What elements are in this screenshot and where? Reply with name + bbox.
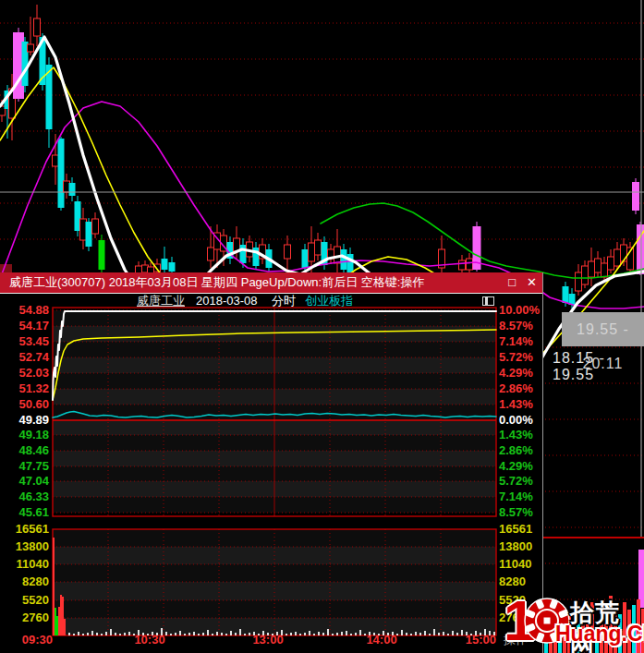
volume-axis-label: 13800 <box>499 539 532 553</box>
percent-axis-label: 8.57% <box>499 319 533 333</box>
price-axis-label: 48.46 <box>7 443 49 457</box>
intraday-chart[interactable] <box>0 272 543 653</box>
percent-axis-label: 0.00% <box>499 413 533 427</box>
volume-axis-label: 16561 <box>499 522 532 536</box>
volume-axis-label: 8280 <box>7 574 49 588</box>
percent-axis-label: 2.86% <box>499 443 533 457</box>
price-axis-label: 46.33 <box>7 490 49 503</box>
percent-axis-label: 4.29% <box>499 366 533 380</box>
percent-axis-label: 1.43% <box>499 397 533 411</box>
price-axis-label: 45.61 <box>7 505 49 519</box>
volume-axis-label: 8280 <box>499 574 526 588</box>
volume-axis-label: 13800 <box>7 539 49 553</box>
volume-axis-label: 11040 <box>499 557 531 571</box>
price-axis-label: 52.03 <box>7 366 49 380</box>
volume-axis-label: 11040 <box>7 557 49 571</box>
percent-axis-label: 10.00% <box>499 303 540 317</box>
time-axis-label: 15:00 <box>454 633 496 647</box>
percent-axis-label: 2.86% <box>499 381 533 395</box>
percent-axis-label: 8.57% <box>499 505 533 519</box>
price-axis-label: 54.17 <box>7 319 49 333</box>
operate-hint-label: 操作 <box>504 633 528 647</box>
time-axis-label: 14:00 <box>366 633 396 647</box>
volume-axis-label: 16561 <box>7 522 49 536</box>
time-axis-label: 13:00 <box>252 633 283 647</box>
price-axis-label: 52.74 <box>7 350 49 364</box>
price-axis-label: 49.18 <box>7 428 49 441</box>
price-axis-label: 53.45 <box>7 334 49 348</box>
intraday-popup-window: 威唐工业(300707) 2018年03月08日 星期四 PageUp/Down… <box>0 272 543 653</box>
price-axis-label: 49.89 <box>7 413 49 427</box>
time-axis-label: 10:30 <box>134 633 164 647</box>
percent-axis-label: 1.43% <box>499 428 533 441</box>
volume-axis-label: 5520 <box>7 593 49 607</box>
percent-axis-label: 5.72% <box>499 474 533 488</box>
volume-axis-label: 5520 <box>499 593 526 607</box>
volume-axis-label: 2760 <box>499 611 526 624</box>
percent-axis-label: 7.14% <box>499 490 533 503</box>
price-axis-label: 47.04 <box>7 474 49 488</box>
volume-axis-label: 2760 <box>7 611 49 624</box>
screen: 19.55 - 20.11 18.15 - 19.55 威唐工业(300707)… <box>0 0 644 653</box>
percent-axis-label: 7.14% <box>499 334 533 348</box>
time-axis-label: 09:30 <box>10 633 53 647</box>
price-axis-label: 51.32 <box>7 381 49 395</box>
price-axis-label: 47.75 <box>7 459 49 473</box>
percent-axis-label: 4.29% <box>499 459 533 473</box>
price-axis-label: 54.88 <box>7 303 49 317</box>
percent-axis-label: 5.72% <box>499 350 533 364</box>
kline-price-range-label: 18.15 - 19.55 <box>553 350 644 383</box>
price-axis-label: 50.60 <box>7 397 49 411</box>
kline-tooltip-price-range: 19.55 - 20.11 <box>562 312 644 346</box>
